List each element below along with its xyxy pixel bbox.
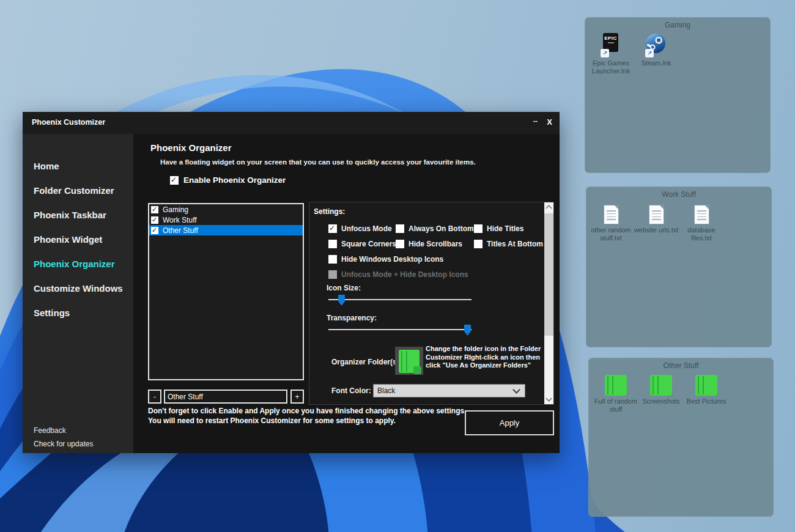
list-item-gaming[interactable]: Gaming bbox=[149, 204, 303, 215]
scroll-down-icon[interactable] bbox=[546, 396, 552, 402]
organizer-listbox[interactable]: Gaming Work Stuff Other Stuff bbox=[148, 203, 304, 380]
checkbox-titles-at-bottom[interactable]: Titles At Bottom bbox=[474, 240, 543, 248]
list-item-work-stuff[interactable]: Work Stuff bbox=[149, 215, 303, 225]
checkbox-hide-windows-desktop-icons[interactable]: Hide Windows Desktop Icons bbox=[328, 255, 443, 264]
list-item-label: Work Stuff bbox=[163, 216, 197, 224]
checkbox-box[interactable] bbox=[170, 176, 179, 185]
checkbox-box[interactable] bbox=[396, 240, 404, 248]
desktop-item-other-random-stuff[interactable]: other random stuff.txt bbox=[588, 202, 634, 242]
desktop-item-steam[interactable]: Steam.lnk bbox=[634, 33, 679, 75]
checkbox-box bbox=[328, 270, 337, 279]
sidebar-item-phoenix-widget[interactable]: Phoenix Widget bbox=[34, 234, 102, 245]
phoenix-customizer-window: Phoenix Customizer -- X Home Folder Cust… bbox=[23, 112, 560, 453]
font-color-value: Black bbox=[374, 386, 514, 395]
settings-scrollbar[interactable] bbox=[544, 202, 553, 404]
page-title: Phoenix Organizer bbox=[150, 142, 232, 153]
sidebar-item-settings[interactable]: Settings bbox=[34, 308, 70, 318]
desktop-item-database-files[interactable]: database files.txt bbox=[679, 202, 724, 242]
checkbox-box[interactable] bbox=[474, 224, 483, 233]
desktop-item-best-pictures[interactable]: Best Pictures bbox=[684, 374, 729, 413]
desktop-item-label: database files.txt bbox=[679, 226, 724, 242]
text-file-icon bbox=[694, 205, 709, 224]
transparency-label: Transparency: bbox=[327, 314, 377, 322]
desktop-item-label: Epic Games Launcher.lnk bbox=[588, 59, 634, 75]
desktop-item-label: Full of random stuff bbox=[593, 397, 638, 413]
sidebar-item-folder-customizer[interactable]: Folder Customizer bbox=[34, 185, 114, 196]
green-folder-icon bbox=[695, 375, 717, 396]
sidebar-item-customize-windows[interactable]: Customize Windows bbox=[34, 283, 123, 294]
settings-group: Settings: Unfocus Mode Always On Bottom … bbox=[309, 202, 554, 405]
checkbox-always-on-bottom[interactable]: Always On Bottom bbox=[396, 224, 474, 233]
desktop-item-label: Screenshots bbox=[642, 397, 679, 405]
sidebar-item-phoenix-organizer[interactable]: Phoenix Organizer bbox=[34, 259, 115, 269]
organizer-folders-label: Organizer Folder(s): bbox=[331, 358, 402, 366]
add-group-button[interactable]: + bbox=[290, 390, 304, 404]
window-title: Phoenix Customizer bbox=[32, 118, 105, 127]
enable-organizer-checkbox[interactable]: Enable Phoenix Organizer bbox=[170, 175, 286, 185]
desktop-item-label: Best Pictures bbox=[687, 397, 727, 405]
shortcut-arrow-icon bbox=[645, 49, 654, 57]
close-button[interactable]: X bbox=[547, 117, 552, 127]
titlebar[interactable]: Phoenix Customizer -- X bbox=[23, 112, 560, 134]
checkbox-hide-scrollbars[interactable]: Hide Scrollbars bbox=[396, 240, 462, 248]
steam-shortcut-icon bbox=[645, 33, 667, 57]
footer-note-line2: You will need to restart Phoenix Customi… bbox=[148, 416, 396, 425]
sidebar-item-home[interactable]: Home bbox=[34, 161, 59, 171]
checkbox-box[interactable] bbox=[474, 240, 483, 248]
desktop-item-epic-games[interactable]: EPIC Epic Games Launcher.lnk bbox=[588, 33, 634, 75]
checkbox-box[interactable] bbox=[328, 255, 337, 264]
organizer-panel-work-stuff[interactable]: Work Stuff other random stuff.txt websit… bbox=[586, 187, 772, 347]
checkbox-hide-titles[interactable]: Hide Titles bbox=[474, 224, 523, 233]
desktop-item-website-urls[interactable]: website urls.txt bbox=[634, 202, 679, 242]
organizer-panel-gaming[interactable]: Gaming EPIC Epic Games Launcher.lnk bbox=[585, 17, 771, 173]
scrollbar-thumb[interactable] bbox=[544, 213, 553, 336]
panel-title: Gaming bbox=[585, 21, 771, 29]
desktop-item-label: Steam.lnk bbox=[642, 59, 671, 67]
feedback-link[interactable]: Feedback bbox=[34, 426, 66, 435]
font-color-label: Font Color: bbox=[331, 386, 371, 395]
page-description: Have a floating widget on your screen th… bbox=[160, 158, 476, 166]
shortcut-arrow-icon bbox=[601, 49, 609, 57]
minimize-button[interactable]: -- bbox=[533, 117, 538, 124]
list-item-other-stuff[interactable]: Other Stuff bbox=[149, 225, 303, 235]
epic-games-shortcut-icon: EPIC bbox=[601, 33, 621, 57]
checkbox-square-corners[interactable]: Square Corners bbox=[328, 240, 396, 248]
slider-thumb[interactable] bbox=[338, 295, 345, 306]
settings-title: Settings: bbox=[314, 207, 345, 216]
sidebar-item-phoenix-taskbar[interactable]: Phoenix Taskbar bbox=[34, 210, 106, 220]
slider-thumb[interactable] bbox=[464, 325, 471, 336]
checkbox-box[interactable] bbox=[328, 224, 337, 233]
checkbox-box[interactable] bbox=[151, 227, 158, 234]
desktop-item-full-of-random-stuff[interactable]: Full of random stuff bbox=[593, 374, 638, 413]
green-folder-icon bbox=[399, 350, 420, 373]
list-item-label: Other Stuff bbox=[163, 226, 198, 235]
group-name-input[interactable] bbox=[164, 390, 287, 404]
desktop-item-screenshots[interactable]: Screenshots bbox=[638, 374, 684, 413]
checkbox-box[interactable] bbox=[151, 216, 158, 224]
panel-title: Other Stuff bbox=[588, 361, 774, 370]
checkbox-box[interactable] bbox=[396, 224, 404, 233]
footer-note-line1: Don't forget to click Enable and Apply o… bbox=[148, 407, 466, 415]
green-folder-icon bbox=[650, 375, 672, 396]
organizer-folder-preview[interactable] bbox=[395, 347, 423, 375]
icon-size-slider[interactable] bbox=[328, 294, 471, 305]
check-for-updates-link[interactable]: Check for updates bbox=[34, 440, 93, 448]
checkbox-unfocus-hide-desktop-icons: Unfocus Mode + Hide Desktop Icons bbox=[328, 270, 468, 279]
font-color-dropdown[interactable]: Black bbox=[373, 384, 525, 397]
sidebar: Home Folder Customizer Phoenix Taskbar P… bbox=[23, 134, 133, 453]
organizer-folders-description: Change the folder icon in the Folder Cus… bbox=[426, 345, 548, 370]
checkbox-label: Enable Phoenix Organizer bbox=[183, 175, 286, 185]
checkbox-unfocus-mode[interactable]: Unfocus Mode bbox=[328, 224, 392, 233]
desktop-item-label: other random stuff.txt bbox=[588, 226, 634, 242]
remove-group-button[interactable]: - bbox=[148, 390, 161, 404]
transparency-slider[interactable] bbox=[328, 324, 471, 335]
checkbox-box[interactable] bbox=[151, 206, 158, 213]
panel-title: Work Stuff bbox=[586, 190, 772, 199]
desktop-item-label: website urls.txt bbox=[634, 226, 679, 234]
main-content: Phoenix Organizer Have a floating widget… bbox=[133, 134, 560, 453]
checkbox-box[interactable] bbox=[328, 240, 337, 248]
green-folder-icon bbox=[605, 375, 627, 396]
scroll-up-icon[interactable] bbox=[546, 205, 552, 212]
organizer-panel-other-stuff[interactable]: Other Stuff Full of random stuff Screens… bbox=[588, 358, 774, 517]
apply-button[interactable]: Apply bbox=[465, 410, 554, 435]
